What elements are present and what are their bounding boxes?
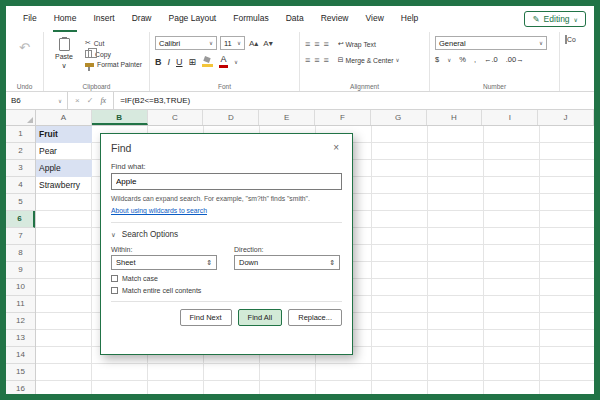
row-header-6[interactable]: 6	[6, 211, 35, 228]
font-size-select[interactable]: 11 ∨	[220, 36, 245, 50]
wildcards-help-link[interactable]: About using wildcards to search	[111, 207, 207, 214]
align-left-icon[interactable]: ≡	[305, 56, 310, 65]
match-case-checkbox[interactable]	[111, 275, 118, 282]
row-header-3[interactable]: 3	[6, 160, 35, 177]
row-header-13[interactable]: 13	[6, 330, 35, 347]
column-header-G[interactable]: G	[371, 110, 427, 125]
column-header-B[interactable]: B	[92, 110, 148, 125]
decrease-decimal-button[interactable]: .00→	[506, 55, 524, 64]
tab-page-layout[interactable]: Page Layout	[168, 6, 218, 32]
row-header-12[interactable]: 12	[6, 313, 35, 330]
tab-home[interactable]: Home	[53, 6, 78, 32]
increase-decimal-button[interactable]: ←.0	[484, 55, 498, 64]
column-header-I[interactable]: I	[482, 110, 538, 125]
copy-button[interactable]: Copy	[85, 50, 142, 58]
column-headers: A B C D E F G H I J	[36, 110, 594, 126]
find-all-button[interactable]: Find All	[238, 309, 283, 326]
align-middle-icon[interactable]: ≡	[314, 40, 319, 49]
row-header-5[interactable]: 5	[6, 194, 35, 211]
align-bottom-icon[interactable]: ≡	[324, 40, 329, 49]
undo-icon[interactable]: ↶	[19, 40, 30, 79]
row-header-8[interactable]: 8	[6, 245, 35, 262]
cut-button[interactable]: ✂ Cut	[85, 39, 142, 47]
borders-button[interactable]: ⊞	[189, 57, 197, 67]
number-group-label: Number	[430, 83, 559, 90]
within-select[interactable]: Sheet ⇕	[111, 255, 217, 270]
chevron-down-icon: ∨	[539, 40, 543, 46]
formula-bar: B6 ∨ × ✓ fx =IF(B2<=B3,TRUE)	[6, 92, 594, 110]
tab-file[interactable]: File	[22, 6, 38, 32]
match-entire-cell-checkbox[interactable]	[111, 287, 118, 294]
select-all-corner[interactable]	[6, 110, 36, 126]
cell-A3[interactable]: Apple	[36, 160, 92, 177]
row-header-14[interactable]: 14	[6, 347, 35, 364]
italic-button[interactable]: I	[168, 57, 171, 67]
column-header-E[interactable]: E	[259, 110, 315, 125]
tab-draw[interactable]: Draw	[131, 6, 153, 32]
merge-center-button[interactable]: ⊟ Merge & Center ∨	[338, 56, 400, 64]
cancel-icon[interactable]: ×	[75, 96, 80, 105]
bold-button[interactable]: B	[155, 57, 162, 67]
number-format-select[interactable]: General ∨	[435, 36, 547, 50]
comma-style-button[interactable]: ,	[474, 55, 476, 64]
fill-color-button[interactable]	[202, 56, 213, 67]
within-label: Within:	[111, 246, 217, 253]
tab-help[interactable]: Help	[400, 6, 419, 32]
paste-button[interactable]: Paste ∨	[49, 36, 79, 79]
wrap-text-button[interactable]: ↩ Wrap Text	[338, 40, 376, 48]
column-header-J[interactable]: J	[538, 110, 594, 125]
close-icon[interactable]: ×	[330, 142, 342, 153]
font-color-button[interactable]: A	[219, 55, 228, 68]
column-header-A[interactable]: A	[36, 110, 92, 125]
font-group-label: Font	[150, 83, 299, 90]
pencil-icon: ✎	[532, 14, 539, 24]
find-next-button[interactable]: Find Next	[180, 309, 232, 326]
name-box[interactable]: B6 ∨	[6, 92, 68, 109]
row-header-1[interactable]: 1	[6, 126, 35, 143]
direction-select[interactable]: Down ⇕	[234, 255, 340, 270]
insert-function-icon[interactable]: fx	[100, 96, 106, 105]
row-header-11[interactable]: 11	[6, 296, 35, 313]
row-header-10[interactable]: 10	[6, 279, 35, 296]
tab-view[interactable]: View	[365, 6, 385, 32]
tab-review[interactable]: Review	[320, 6, 350, 32]
column-header-D[interactable]: D	[203, 110, 259, 125]
ribbon: ↶ Undo Paste ∨ ✂ Cut Copy Forma	[6, 32, 594, 92]
chevron-down-icon: ∨	[209, 40, 213, 46]
row-header-9[interactable]: 9	[6, 262, 35, 279]
column-header-F[interactable]: F	[315, 110, 371, 125]
accounting-format-button[interactable]: $	[435, 55, 439, 64]
formula-input[interactable]: =IF(B2<=B3,TRUE)	[114, 92, 190, 109]
enter-icon[interactable]: ✓	[87, 96, 94, 105]
percent-style-button[interactable]: %	[459, 55, 466, 64]
underline-button[interactable]: U	[176, 57, 183, 67]
paste-label: Paste	[55, 53, 73, 60]
tab-formulas[interactable]: Formulas	[232, 6, 269, 32]
increase-font-size-icon[interactable]: A▴	[248, 39, 259, 48]
tab-data[interactable]: Data	[285, 6, 305, 32]
align-center-icon[interactable]: ≡	[314, 56, 319, 65]
cell-A2[interactable]: Pear	[36, 143, 92, 160]
editing-mode-button[interactable]: ✎ Editing ∨	[524, 11, 586, 27]
column-header-C[interactable]: C	[148, 110, 204, 125]
align-right-icon[interactable]: ≡	[324, 56, 329, 65]
row-header-16[interactable]: 16	[6, 381, 35, 398]
find-what-input[interactable]	[111, 173, 342, 190]
format-painter-button[interactable]: Format Painter	[85, 61, 142, 68]
row-header-7[interactable]: 7	[6, 228, 35, 245]
cell-A4[interactable]: Strawberry	[36, 177, 92, 194]
format-painter-icon	[85, 63, 94, 67]
row-header-15[interactable]: 15	[6, 364, 35, 381]
decrease-font-size-icon[interactable]: A▾	[262, 39, 273, 48]
row-header-4[interactable]: 4	[6, 177, 35, 194]
font-family-select[interactable]: Calibri ∨	[155, 36, 217, 50]
align-top-icon[interactable]: ≡	[305, 40, 310, 49]
cell-A1[interactable]: Fruit	[36, 126, 92, 143]
tab-insert[interactable]: Insert	[92, 6, 115, 32]
row-header-2[interactable]: 2	[6, 143, 35, 160]
chevron-down-icon: ∨	[447, 57, 451, 63]
undo-group: ↶ Undo	[6, 32, 44, 91]
column-header-H[interactable]: H	[427, 110, 483, 125]
replace-button[interactable]: Replace...	[288, 309, 342, 326]
search-options-toggle[interactable]: ∨ Search Options	[111, 230, 342, 239]
